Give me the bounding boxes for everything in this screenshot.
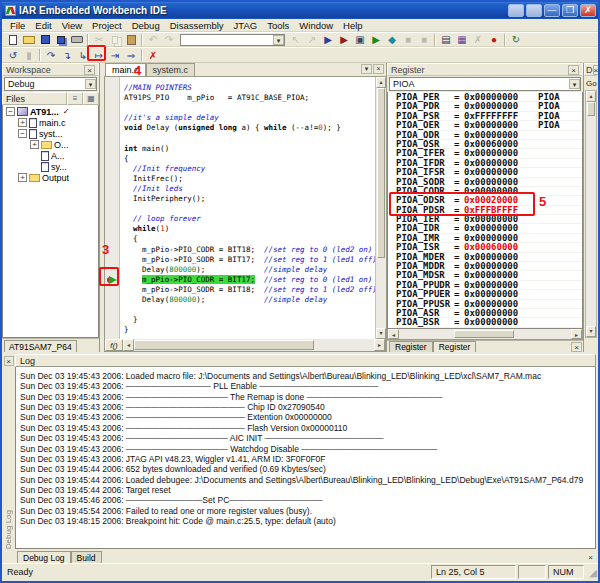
debug-without-downloading-icon[interactable]: ↻ <box>508 33 524 46</box>
tree-expander-icon[interactable]: − <box>18 129 27 138</box>
register-close-icon[interactable]: × <box>568 65 579 75</box>
make-icon[interactable]: ◆ <box>384 33 400 46</box>
menu-item-view[interactable]: View <box>57 20 87 31</box>
paste-icon[interactable] <box>123 33 139 46</box>
project-tab[interactable]: AT91SAM7_P64 <box>4 340 77 352</box>
sliver-close-icon[interactable]: × <box>593 65 599 75</box>
scrollbar-thumb[interactable] <box>454 330 514 338</box>
tree-item-label: O... <box>54 140 69 150</box>
reset-icon[interactable]: ↺ <box>5 49 21 62</box>
new-document-icon[interactable] <box>5 33 21 46</box>
scrollbar-thumb[interactable] <box>134 340 314 350</box>
source-browser-icon[interactable]: ▤ <box>438 33 454 46</box>
tree-item-syst-[interactable]: −syst... <box>3 128 98 139</box>
find-in-files-icon[interactable]: ▣ <box>352 33 368 46</box>
editor-horizontal-scrollbar[interactable]: f() ◂ ▸ <box>104 339 386 352</box>
log-tab-build[interactable]: Build <box>71 551 102 563</box>
workspace-close-icon[interactable]: × <box>84 65 95 75</box>
menu-item-window[interactable]: Window <box>294 20 338 31</box>
tree-expander-icon[interactable]: + <box>18 118 27 127</box>
register-row-pioa_bsr[interactable]: PIOA_BSR=0x00000000 <box>396 318 582 327</box>
chevron-down-icon[interactable]: ▾ <box>85 79 96 89</box>
tree-expander-icon[interactable]: − <box>6 107 15 116</box>
menu-item-file[interactable]: File <box>5 20 30 31</box>
register-tab-2[interactable]: Register <box>433 341 477 352</box>
menu-item-debug[interactable]: Debug <box>127 20 165 31</box>
step-into-icon[interactable]: ↴ <box>59 49 75 62</box>
save-icon[interactable] <box>37 33 53 46</box>
workspace-window-icon[interactable]: ▦ <box>454 33 470 46</box>
extra-window-button-1[interactable] <box>508 4 524 17</box>
scroll-right-icon[interactable]: ▸ <box>571 329 582 339</box>
tree-expander-icon[interactable]: + <box>30 140 39 149</box>
configuration-select[interactable]: Debug ▾ <box>4 77 97 91</box>
tree-item-a-[interactable]: A... <box>3 150 98 161</box>
register-value: 0x00000000 <box>464 215 518 223</box>
scroll-right-icon[interactable]: ▸ <box>374 339 385 351</box>
scroll-down-icon[interactable]: ▾ <box>586 326 596 337</box>
go-icon[interactable]: ⇒ <box>123 49 139 62</box>
step-over-icon[interactable]: ↷ <box>43 49 59 62</box>
sliver-scrollbar[interactable]: ▴ ▾ <box>585 90 597 338</box>
minimize-icon[interactable]: — <box>544 4 560 17</box>
scroll-up-icon[interactable]: ▴ <box>376 77 386 88</box>
resize-grip[interactable]: ◢ <box>584 567 597 578</box>
scrollbar-thumb[interactable] <box>377 88 385 258</box>
scroll-left-icon[interactable]: ◂ <box>123 339 134 351</box>
log-tabs-close-icon[interactable]: × <box>585 553 596 563</box>
tab-close-icon[interactable]: × <box>373 64 384 74</box>
code-area[interactable]: //MAIN POINTERSAT91PS_PIO m_pPio = AT91C… <box>120 77 375 339</box>
toggle-bookmark-icon[interactable]: ▶ <box>320 33 336 46</box>
tree-item-o-[interactable]: +O... <box>3 139 98 150</box>
scrollbar-thumb[interactable] <box>587 102 595 116</box>
log-output[interactable]: Sun Dec 03 19:45:43 2006: Loaded macro f… <box>15 367 596 549</box>
menu-item-project[interactable]: Project <box>87 20 127 31</box>
chevron-down-icon[interactable]: ▾ <box>273 35 284 45</box>
toolbar-search-combo[interactable]: ▾ <box>180 34 285 46</box>
extra-window-button-2[interactable] <box>526 4 542 17</box>
toggle-breakpoint-icon[interactable]: ● <box>486 33 502 46</box>
code-line: } <box>124 315 375 325</box>
log-close-icon[interactable]: × <box>4 356 14 366</box>
tab-scroll-dropdown-icon[interactable]: ▾ <box>361 64 372 74</box>
toolbar-separator <box>141 34 143 46</box>
scroll-down-icon[interactable]: ▾ <box>376 328 386 339</box>
menu-item-jtag[interactable]: JTAG <box>229 20 263 31</box>
next-bookmark-icon[interactable]: ▶ <box>336 33 352 46</box>
print-icon[interactable] <box>69 33 85 46</box>
scroll-up-icon[interactable]: ▴ <box>586 91 596 102</box>
menu-item-help[interactable]: Help <box>338 20 368 31</box>
function-list-button[interactable]: f() <box>105 339 123 351</box>
register-horizontal-scrollbar[interactable]: ◂ ▸ <box>387 329 583 340</box>
menu-item-edit[interactable]: Edit <box>30 20 56 31</box>
editor-tab-system-c[interactable]: system.c <box>146 63 196 76</box>
run-to-cursor-icon[interactable]: ⇥ <box>107 49 123 62</box>
log-tab-debug-log[interactable]: Debug Log <box>17 551 71 563</box>
tree-item-output[interactable]: +Output <box>3 172 98 183</box>
chevron-down-icon[interactable]: ▾ <box>569 79 580 89</box>
editor-vertical-scrollbar[interactable]: ▴ ▾ <box>375 77 386 339</box>
menu-item-disassembly[interactable]: Disassembly <box>165 20 229 31</box>
breakpoint-gutter[interactable] <box>105 77 120 339</box>
title-bar[interactable]: IAR Embedded Workbench IDE — ❒ ✗ <box>2 2 598 19</box>
stop-debugging-icon[interactable]: ✗ <box>145 49 161 62</box>
sort-column-icon[interactable]: ≡ <box>67 92 83 105</box>
close-icon[interactable]: ✗ <box>580 4 596 17</box>
open-file-icon[interactable] <box>21 33 37 46</box>
register-tabs-close-icon[interactable]: × <box>571 342 582 352</box>
tree-item-sy-[interactable]: sy... <box>3 161 98 172</box>
status-column-icon[interactable]: ▦ <box>83 92 99 105</box>
register-tab-1[interactable]: Register <box>389 341 433 352</box>
compile-icon[interactable]: ▶ <box>368 33 384 46</box>
tree-expander-icon[interactable]: + <box>18 173 27 182</box>
tree-item-main-c[interactable]: +main.c <box>3 117 98 128</box>
scroll-left-icon[interactable]: ◂ <box>388 329 399 339</box>
menu-item-tools[interactable]: Tools <box>262 20 294 31</box>
register-group-select[interactable]: PIOA ▾ <box>389 77 581 91</box>
register-name: PIOA_ISR <box>396 243 454 251</box>
save-all-icon[interactable] <box>53 33 69 46</box>
files-header-label[interactable]: Files <box>2 92 67 105</box>
maximize-icon[interactable]: ❒ <box>562 4 578 17</box>
code-segment <box>124 224 133 233</box>
tree-item-at91-[interactable]: −AT91...✓ <box>3 106 98 117</box>
